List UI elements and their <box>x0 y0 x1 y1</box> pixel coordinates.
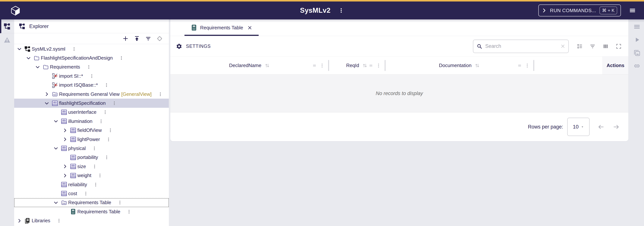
kebab-menu-icon[interactable] <box>104 155 109 160</box>
tree-item-requirements-table[interactable]: Requirements Table <box>14 207 169 216</box>
tree-item-weight[interactable]: weight <box>14 171 169 180</box>
panel-menu-icon[interactable] <box>634 23 640 30</box>
diagrams-icon[interactable] <box>634 49 640 56</box>
sort-icon[interactable] <box>474 63 480 68</box>
add-button[interactable] <box>122 36 128 41</box>
tree-chevron-slot[interactable] <box>36 64 43 70</box>
tree-item-flashlightspecificationanddesign[interactable]: FlashlightSpecificationAndDesign <box>14 53 169 62</box>
column-kebab-menu-icon[interactable] <box>320 63 324 68</box>
chevron-right-icon[interactable] <box>63 137 67 142</box>
rows-per-page-select[interactable]: 10 <box>567 118 590 136</box>
tree-item-libraries[interactable]: Libraries <box>14 216 169 225</box>
tree-item-illumination[interactable]: illumination <box>14 117 169 126</box>
kebab-menu-icon[interactable] <box>86 64 91 69</box>
tree-chevron-slot[interactable] <box>63 137 70 142</box>
column-kebab-menu-icon[interactable] <box>376 63 381 68</box>
kebab-menu-icon[interactable] <box>98 173 102 178</box>
search-input[interactable] <box>485 43 558 49</box>
column-drag-icon[interactable] <box>368 63 374 68</box>
tree-item-userinterface[interactable]: userInterface <box>14 108 169 117</box>
kebab-menu-icon[interactable] <box>104 82 109 88</box>
columns-button[interactable] <box>603 43 608 49</box>
tree-item-flashlightspecification[interactable]: flashlightSpecification <box>14 99 169 107</box>
chevron-down-icon[interactable] <box>44 101 49 105</box>
activity-bar-item-problems[interactable] <box>0 33 14 47</box>
kebab-menu-icon[interactable] <box>118 200 122 205</box>
kebab-menu-icon[interactable] <box>72 47 76 52</box>
tree-item-sysmlv2-sysml[interactable]: SysMLv2.sysml <box>14 44 169 53</box>
chevron-down-icon[interactable] <box>36 65 40 69</box>
link-icon[interactable] <box>634 62 640 69</box>
kebab-menu-icon[interactable] <box>90 74 94 79</box>
run-commands-button[interactable]: RUN COMMANDS... ⌘ + K <box>538 5 621 17</box>
chevron-down-icon[interactable] <box>26 56 31 60</box>
kebab-menu-icon[interactable] <box>57 218 61 223</box>
chevron-down-icon[interactable] <box>54 146 58 151</box>
tree-chevron-slot[interactable] <box>63 173 70 178</box>
settings-button[interactable]: SETTINGS <box>176 43 211 50</box>
sort-icon[interactable] <box>362 63 368 68</box>
kebab-menu-icon[interactable] <box>99 119 104 124</box>
clear-search-icon[interactable] <box>560 44 565 49</box>
tree-item-requirements-table[interactable]: Requirements Table <box>14 198 169 207</box>
kebab-menu-icon[interactable] <box>119 55 124 61</box>
kebab-menu-icon[interactable] <box>92 164 97 169</box>
tree-item-fieldofview[interactable]: fieldOfView <box>14 126 169 135</box>
column-header-reqid[interactable]: ReqId <box>329 57 385 74</box>
kebab-menu-icon[interactable] <box>84 191 88 196</box>
chevron-right-icon[interactable] <box>63 164 67 169</box>
chevron-right-icon[interactable] <box>17 218 22 223</box>
tree-item-reliability[interactable]: reliability <box>14 180 169 189</box>
tree-item-import-isqbase[interactable]: import ISQBase::* <box>14 81 169 90</box>
kebab-menu-icon[interactable] <box>108 128 113 133</box>
chevron-down-icon[interactable] <box>17 47 22 51</box>
kebab-menu-icon[interactable] <box>127 209 131 214</box>
kebab-menu-icon[interactable] <box>92 146 97 151</box>
tree-chevron-slot[interactable] <box>17 218 24 223</box>
tree-item-lightpower[interactable]: lightPower <box>14 135 169 144</box>
column-drag-icon[interactable] <box>312 63 317 68</box>
fullscreen-button[interactable] <box>616 43 622 49</box>
tree-item-portability[interactable]: portability <box>14 153 169 162</box>
filter-button[interactable] <box>590 43 596 49</box>
publish-button[interactable] <box>134 36 140 41</box>
chevron-down-icon[interactable] <box>54 200 58 205</box>
tree-chevron-slot[interactable] <box>63 164 70 169</box>
activity-bar-item-explorer[interactable] <box>0 20 14 33</box>
tree-chevron-slot[interactable] <box>26 55 34 61</box>
chevron-right-icon[interactable] <box>63 173 67 178</box>
kebab-menu-icon[interactable] <box>158 92 163 97</box>
sort-icon[interactable] <box>264 63 270 68</box>
kebab-menu-icon[interactable] <box>93 182 98 187</box>
row-height-button[interactable] <box>576 43 582 49</box>
next-page-button[interactable] <box>613 124 620 130</box>
tree-chevron-slot[interactable] <box>54 119 61 124</box>
tree-item-import-si[interactable]: import SI::* <box>14 72 169 80</box>
chevron-right-icon[interactable] <box>44 92 49 96</box>
tree-chevron-slot[interactable] <box>54 200 61 205</box>
chevron-down-icon[interactable] <box>54 119 58 124</box>
tree-item-requirements-general-view[interactable]: Requirements General View[GeneralView] <box>14 90 169 99</box>
run-icon[interactable] <box>634 36 640 43</box>
app-kebab-menu-icon[interactable] <box>338 8 344 14</box>
filter-button[interactable] <box>145 36 151 41</box>
tree-item-size[interactable]: size <box>14 162 169 171</box>
tree-chevron-slot[interactable] <box>44 91 52 97</box>
kebab-menu-icon[interactable] <box>103 110 108 115</box>
previous-page-button[interactable] <box>598 124 604 130</box>
tree-chevron-slot[interactable] <box>54 146 61 151</box>
tree-chevron-slot[interactable] <box>44 100 52 106</box>
column-header-actions[interactable]: Actions <box>602 57 628 74</box>
column-kebab-menu-icon[interactable] <box>525 63 530 68</box>
tree-chevron-slot[interactable] <box>17 46 24 52</box>
kebab-menu-icon[interactable] <box>112 101 117 106</box>
tree-item-physical[interactable]: physical <box>14 144 169 153</box>
hamburger-menu-icon[interactable] <box>629 7 636 14</box>
column-header-declaredname[interactable]: DeclaredName <box>170 57 329 74</box>
tab-requirements-table[interactable]: Requirements Table <box>184 20 259 36</box>
column-drag-icon[interactable] <box>517 63 522 68</box>
locate-button[interactable] <box>157 36 162 41</box>
column-header-documentation[interactable]: Documentation <box>385 57 534 74</box>
tree-item-cost[interactable]: cost <box>14 189 169 198</box>
tree-chevron-slot[interactable] <box>63 128 70 133</box>
